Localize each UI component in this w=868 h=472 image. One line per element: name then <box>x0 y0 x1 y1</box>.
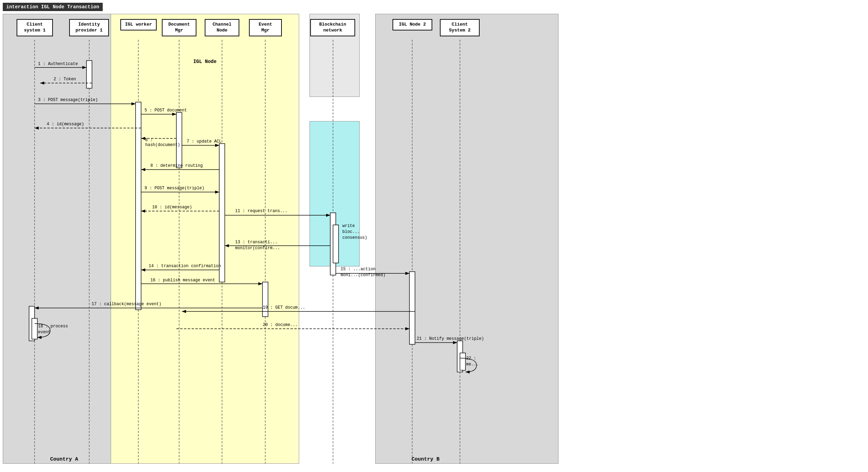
igl-node-label: IGL Node <box>111 59 299 64</box>
msg-4-label: 4 : id(message) <box>47 122 84 127</box>
title-text: interaction IGL Node Transaction <box>6 4 99 10</box>
country-a-label: Country A <box>50 456 78 462</box>
lifeline-box-client1: Clientsystem 1 <box>17 19 53 36</box>
msg-16-label: 16 : publish message event <box>150 278 215 283</box>
msg-11-label: 11 : request trans... <box>235 209 287 214</box>
msg-18-label: 18 : processevent <box>38 324 68 335</box>
msg-15-label: 15 : ...actionmoni...(confirmed) <box>341 266 386 278</box>
msg-2-label: 2 : Token <box>54 77 76 82</box>
lifeline-box-idprovider1: Identityprovider 1 <box>69 19 109 36</box>
blockchain-write-label: writebloc...consensus) <box>342 223 367 240</box>
msg-7-label: 7 : update ACL <box>187 139 222 144</box>
lifeline-box-blockchain: Blockchainnetwork <box>310 19 355 36</box>
lifeline-box-docmgr: DocumentMgr <box>162 19 196 36</box>
msg-5-label: 5 : POST document <box>145 108 187 113</box>
msg-13-label: 13 : transacti...monitor(confirm... <box>235 239 280 251</box>
msg-21-label: 21 : Notify message(triple) <box>417 336 484 341</box>
lifeline-box-eventmgr: EventMgr <box>249 19 282 36</box>
country-b-label: Country B <box>412 456 440 462</box>
msg-10-label: 10 : id(message) <box>152 205 192 210</box>
igl-node-region <box>111 14 299 464</box>
msg-6-label: 6 :hash(document) <box>145 138 180 147</box>
msg-3-label: 3 : POST message(triple) <box>38 98 98 102</box>
blockchain-active-region <box>310 121 360 266</box>
msg-9-label: 9 : POST message(triple) <box>145 186 204 191</box>
msg-8-label: 8 : determine routing <box>150 163 203 168</box>
lifeline-box-clientsys2: ClientSystem 2 <box>440 19 480 36</box>
msg-14-label: 14 : transaction confirmation <box>149 264 221 269</box>
msg-17-label: 17 : callback(message event) <box>92 302 161 307</box>
lifeline-box-iglworker: IGL worker <box>120 19 157 30</box>
lifeline-box-iglnode2: IGL Node 2 <box>393 19 432 30</box>
lifeline-box-channelnode: ChannelNode <box>205 19 239 36</box>
msg-19-label: 19 : GET docum... <box>263 305 305 310</box>
msg-20-label: 20 : docume... <box>263 323 298 327</box>
country-b-region <box>375 14 558 464</box>
title-bar: interaction IGL Node Transaction <box>3 3 103 11</box>
diagram-wrapper: interaction IGL Node Transaction IGL Nod… <box>0 0 868 472</box>
msg-1-label: 1 : Authenticate <box>38 62 78 66</box>
msg-22-label: 22 :me... <box>466 356 479 367</box>
